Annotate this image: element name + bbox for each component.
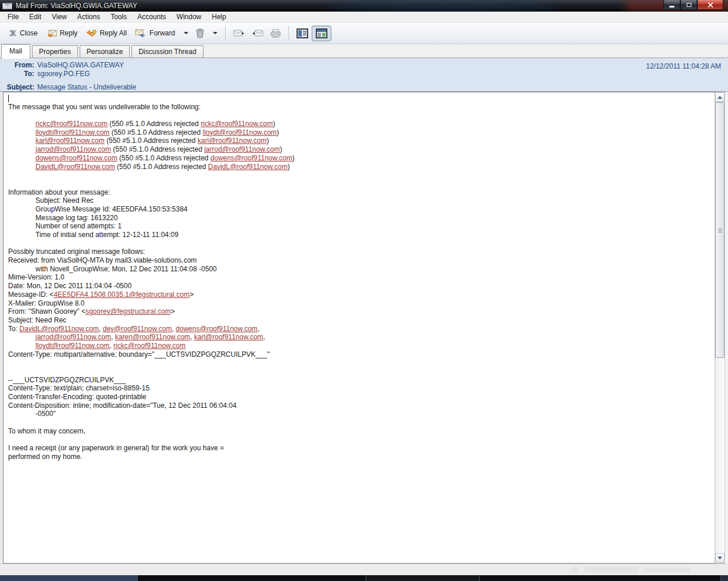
body-line: To whom it may concern, (8, 427, 715, 436)
arrow-up-icon (718, 96, 722, 99)
print-button[interactable] (267, 27, 284, 40)
previous-message-button[interactable] (248, 27, 267, 40)
email-link[interactable]: 4EE5DFA4.1508.0035.1@fegstructural.com (53, 290, 190, 299)
email-link[interactable]: lloydt@roof911now.com (202, 128, 276, 137)
body-line (8, 367, 715, 376)
email-link[interactable]: dev@roof911now.com (103, 325, 172, 333)
body-text: ) (292, 154, 295, 162)
email-link[interactable]: karl@roof911now.com (198, 137, 267, 145)
body-line (8, 94, 715, 103)
reply-all-button[interactable]: Reply All (81, 27, 131, 40)
reply-button[interactable]: Reply (42, 27, 82, 40)
trash-icon (195, 28, 205, 38)
email-link[interactable]: lloydt@roof911now.com (35, 128, 109, 137)
email-link[interactable]: jarrod@roof911now.com (35, 145, 111, 153)
body-line: Content-Disposition: inline; modificatio… (8, 401, 715, 410)
email-link[interactable]: dowens@roof911now.com (35, 154, 117, 162)
body-text: ) (280, 145, 282, 153)
menu-item-tools[interactable]: Tools (105, 12, 132, 21)
body-line: Received: from ViaSolHQ-MTA by mail3.via… (8, 256, 715, 265)
scrollbar-thumb[interactable] (715, 102, 725, 358)
body-text: To: (8, 325, 19, 333)
minimize-icon (669, 6, 675, 8)
body-text: (550 #5.1.0 Address rejected (109, 128, 202, 137)
taskbar-segment[interactable] (366, 575, 480, 581)
body-text: Content-Disposition: inline; modificatio… (8, 401, 237, 410)
taskbar-segment[interactable] (480, 575, 721, 581)
menu-item-view[interactable]: View (47, 12, 72, 21)
email-link[interactable]: dowens@roof911now.com (210, 154, 292, 162)
email-link[interactable]: DavidL@roof911now.com (208, 163, 288, 171)
body-line (8, 358, 715, 367)
minimize-button[interactable] (663, 0, 680, 10)
tab-mail[interactable]: Mail (1, 44, 30, 59)
scrollbar-track[interactable] (715, 102, 725, 553)
taskbar-segment[interactable] (721, 575, 728, 581)
email-link[interactable]: dowens@roof911now.com (176, 325, 258, 333)
body-line: Time of initial send attempt: 12-12-11 1… (8, 231, 715, 239)
menu-item-accounts[interactable]: Accounts (132, 12, 171, 21)
menu-item-help[interactable]: Help (206, 12, 231, 21)
message-header: From: ViaSolHQ.GWIA.GATEWAY To: sgoorey.… (0, 58, 728, 92)
arrow-down-icon (718, 557, 722, 560)
taskbar-segment[interactable] (0, 575, 138, 581)
body-line: Message log tag: 1613220 (8, 214, 715, 223)
scrollbar[interactable] (715, 92, 725, 564)
email-link[interactable]: lloydt@roof911now.com (35, 342, 109, 350)
delete-dropdown[interactable] (208, 30, 221, 37)
email-link[interactable]: jarrod@roof911now.com (204, 145, 280, 153)
body-text: The message that you sent was undelivera… (8, 103, 201, 111)
tab-personalize[interactable]: Personalize (80, 45, 130, 58)
subject-label: Subject: (0, 83, 37, 92)
body-line: performed on my home. (8, 453, 715, 461)
close-button[interactable]: Close (5, 27, 42, 40)
close-window-button[interactable] (697, 0, 723, 10)
body-line: with Novell_GroupWise; Mon, 12 Dec 2011 … (8, 265, 715, 274)
body-text: From: "Shawn Goorey" < (8, 307, 85, 315)
body-text: (550 #5.1.0 Address rejected (108, 120, 201, 128)
body-line: karl@roof911now.com (550 #5.1.0 Address … (8, 137, 715, 145)
menu-item-window[interactable]: Window (172, 12, 207, 21)
scroll-down-button[interactable] (715, 553, 725, 563)
subject-row: Subject: Message Status - Undeliverable (0, 83, 728, 92)
message-body[interactable]: The message that you sent was undelivera… (3, 92, 715, 564)
close-x-icon (9, 30, 17, 37)
email-link[interactable]: sgoorey@fegstructural.com (85, 307, 171, 315)
body-text: X-Mailer: GroupWise 8.0 (8, 299, 84, 307)
body-line (8, 111, 715, 120)
body-line: Mime-Version: 1.0 (8, 273, 715, 282)
email-link[interactable]: DavidL@roof911now.com (35, 163, 115, 171)
envelope-previous-icon (252, 30, 263, 37)
menu-item-actions[interactable]: Actions (72, 12, 105, 21)
groupwise-mail-window: Mail From: ViaSolHQ.GWIA.GATEWAY FileEdi… (0, 0, 728, 581)
body-text: with Novell_GroupWise; Mon, 12 Dec 2011 … (35, 265, 217, 273)
forward-button[interactable]: Forward (131, 27, 179, 40)
email-link[interactable]: DavidL@roof911now.com (19, 325, 99, 333)
forward-dropdown[interactable] (179, 30, 192, 37)
menubar: FileEditViewActionsToolsAccountsWindowHe… (0, 12, 728, 23)
delete-button[interactable] (192, 26, 208, 41)
body-text: performed on my home. (8, 453, 82, 461)
taskbar-segment[interactable] (138, 575, 366, 581)
menu-item-file[interactable]: File (2, 12, 24, 21)
email-link[interactable]: karl@roof911now.com (194, 333, 263, 341)
tab-discussion-thread[interactable]: Discussion Thread (131, 45, 203, 58)
view-full-button[interactable] (312, 26, 331, 41)
view-plain-button[interactable] (293, 26, 312, 41)
tab-properties[interactable]: Properties (32, 45, 78, 58)
body-text: , (263, 333, 265, 341)
restore-icon (687, 3, 691, 7)
body-line: Possibly truncated original message foll… (8, 248, 715, 256)
email-link[interactable]: karl@roof911now.com (35, 137, 105, 145)
body-text: Information about your message: (8, 188, 110, 196)
email-link[interactable]: karen@roof911now.com (115, 333, 190, 341)
email-link[interactable]: rickc@roof911now.com (113, 342, 185, 350)
next-message-button[interactable] (230, 27, 248, 40)
menu-item-edit[interactable]: Edit (24, 12, 47, 21)
subject-value: Message Status - Undeliverable (37, 83, 136, 92)
email-link[interactable]: rickc@roof911now.com (201, 120, 273, 128)
email-link[interactable]: rickc@roof911now.com (35, 120, 108, 128)
email-link[interactable]: jarrod@roof911now.com (35, 333, 111, 341)
restore-button[interactable] (680, 0, 697, 10)
scroll-up-button[interactable] (715, 92, 725, 102)
